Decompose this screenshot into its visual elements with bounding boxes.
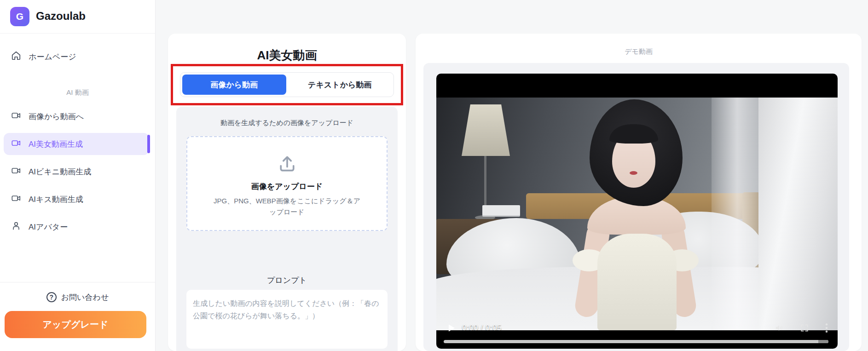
sidebar-item-label: AI美女動画生成 (29, 139, 83, 150)
sidebar-item-label: AIアバター (29, 222, 68, 232)
generator-card: AI美女動画 画像から動画 テキストから動画 動画を生成するための画像をアップロ… (168, 34, 406, 351)
sidebar-section-label: AI 動画 (0, 88, 155, 97)
play-button[interactable] (447, 324, 456, 332)
sidebar-item-label: ホームページ (29, 52, 76, 62)
sidebar-item-ai-avatar[interactable]: AIアバター (4, 216, 149, 238)
active-indicator-bar (147, 135, 150, 153)
sidebar-item-ai-bikini-video[interactable]: AIビキニ動画生成 (4, 161, 149, 183)
video-camera-icon (11, 193, 21, 205)
white-camisole-shape (597, 234, 677, 330)
tab-group: 画像から動画 テキストから動画 (180, 72, 394, 97)
upgrade-button[interactable]: アップグレード (5, 311, 146, 338)
demo-video-panel: 0:00 / 0:05 (423, 63, 849, 351)
app-name: Gazoulab (36, 10, 86, 23)
sidebar-item-ai-kiss-video[interactable]: AIキス動画生成 (4, 188, 149, 210)
question-circle-icon: ? (46, 292, 57, 302)
video-controls-bar: 0:00 / 0:05 (436, 317, 838, 339)
lamp-shade-shape (462, 104, 510, 156)
video-camera-icon (11, 138, 21, 150)
sidebar-item-label: 画像から動画へ (29, 111, 84, 122)
prompt-label: プロンプト (176, 275, 398, 286)
tab-text-to-video[interactable]: テキストから動画 (288, 75, 392, 95)
page-title: AI美女動画 (168, 47, 406, 63)
sidebar-item-image-to-video[interactable]: 画像から動画へ (4, 105, 149, 127)
book-shape (482, 205, 520, 215)
video-time-display: 0:00 / 0:05 (462, 323, 502, 333)
upload-hint-text: 動画を生成するための画像をアップロード (176, 119, 398, 127)
upload-subtitle: JPG、PNG、WEBP画像をここにドラッグ＆アップロード (211, 196, 363, 218)
fullscreen-icon (800, 323, 809, 333)
woman-lips-shape (630, 171, 637, 175)
upload-icon (277, 154, 297, 174)
app-logo[interactable]: G (10, 7, 29, 26)
upload-title: 画像をアップロード (187, 181, 387, 192)
tab-image-to-video[interactable]: 画像から動画 (182, 75, 286, 95)
sidebar-item-label: AIキス動画生成 (29, 194, 83, 205)
demo-card: デモ動画 (416, 34, 862, 351)
image-upload-dropzone[interactable]: 画像をアップロード JPG、PNG、WEBP画像をここにドラッグ＆アップロード (186, 136, 388, 231)
more-options-button[interactable] (825, 323, 828, 333)
person-icon (11, 221, 21, 233)
demo-video-title: デモ動画 (416, 47, 862, 56)
sidebar: G Gazoulab ホームページ AI 動画 画像から動画へ (0, 0, 156, 351)
video-progress-bar[interactable] (444, 340, 828, 343)
fullscreen-button[interactable] (800, 323, 809, 333)
volume-muted-icon (774, 323, 784, 333)
video-camera-icon (11, 166, 21, 178)
sidebar-divider (0, 282, 155, 282)
contact-label: お問い合わせ (61, 292, 109, 303)
app-screen: G Gazoulab ホームページ AI 動画 画像から動画へ (0, 0, 868, 351)
progress-remaining-segment (818, 340, 828, 343)
home-icon (11, 51, 21, 63)
prompt-input[interactable] (186, 290, 388, 349)
video-camera-icon (11, 110, 21, 122)
generator-panel: 動画を生成するための画像をアップロード 画像をアップロード JPG、PNG、WE… (176, 107, 398, 351)
sidebar-item-home[interactable]: ホームページ (4, 46, 149, 67)
sidebar-item-label: AIビキニ動画生成 (29, 167, 91, 177)
kebab-menu-icon (825, 323, 828, 333)
video-player[interactable]: 0:00 / 0:05 (436, 74, 838, 349)
curtain-shape (758, 98, 838, 330)
sidebar-item-ai-beauty-video[interactable]: AI美女動画生成 (4, 133, 149, 155)
logo-row: G Gazoulab (0, 0, 155, 34)
logo-letter: G (16, 11, 23, 22)
contact-link[interactable]: ? お問い合わせ (0, 289, 155, 305)
play-icon (447, 324, 456, 332)
volume-muted-button[interactable] (774, 323, 784, 333)
video-frame (436, 98, 838, 330)
